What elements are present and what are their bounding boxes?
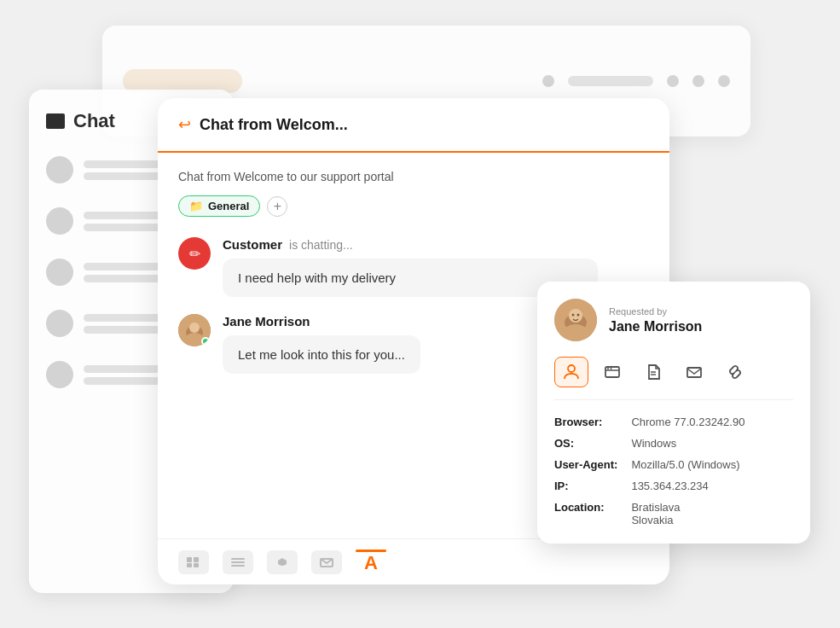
sidebar-line — [84, 224, 164, 231]
bg-dot-4 — [718, 75, 730, 87]
bg-bar-1 — [568, 76, 653, 86]
edit-icon: ✏ — [189, 246, 200, 262]
folder-icon: 📁 — [189, 200, 203, 212]
svg-point-2 — [189, 323, 200, 333]
general-tag[interactable]: 📁 General — [178, 195, 260, 217]
bg-dot-3 — [692, 75, 704, 87]
avatar — [46, 207, 73, 235]
svg-rect-7 — [194, 563, 199, 567]
browser-label: Browser: — [554, 416, 617, 428]
svg-rect-5 — [194, 557, 199, 562]
svg-rect-9 — [231, 561, 245, 563]
svg-point-16 — [572, 314, 575, 317]
toolbar-btn-2[interactable] — [223, 550, 253, 574]
chat-header: ↩ Chat from Welcom... — [158, 98, 669, 153]
svg-point-17 — [577, 314, 580, 317]
user-agent-value: Mozilla/5.0 (Windows) — [631, 458, 793, 471]
tag-label: General — [208, 200, 249, 212]
svg-point-22 — [611, 368, 612, 369]
chat-icon — [46, 113, 65, 129]
toolbar-btn-3[interactable] — [267, 550, 298, 574]
bg-dot-2 — [667, 75, 679, 87]
customer-status: is chatting... — [289, 238, 353, 252]
add-tag-button[interactable]: + — [267, 196, 287, 217]
back-icon: ↩ — [178, 115, 191, 134]
agent-name: Jane Morrison — [223, 314, 420, 329]
svg-point-18 — [568, 365, 575, 372]
bg-dot-1 — [542, 75, 554, 87]
tab-browser[interactable] — [595, 357, 629, 387]
avatar — [46, 361, 73, 388]
ip-value: 135.364.23.234 — [631, 480, 793, 492]
sidebar-line — [84, 326, 164, 334]
os-value: Windows — [631, 437, 793, 450]
tab-file[interactable] — [636, 357, 670, 387]
avatar — [46, 259, 73, 286]
plus-icon: + — [274, 199, 281, 214]
chat-header-title: Chat from Welcom... — [200, 116, 348, 134]
agent-message-text: Let me look into this for you... — [238, 347, 405, 362]
info-name: Jane Morrison — [609, 319, 702, 334]
customer-name-row: Customer is chatting... — [223, 237, 649, 252]
svg-rect-6 — [187, 563, 192, 567]
svg-point-3 — [186, 333, 203, 343]
svg-point-21 — [607, 368, 609, 369]
online-dot — [201, 337, 210, 346]
tab-link[interactable] — [718, 357, 752, 387]
info-table: Browser: Chrome 77.0.23242.90 OS: Window… — [554, 416, 793, 526]
browser-value: Chrome 77.0.23242.90 — [631, 416, 793, 428]
ip-label: IP: — [554, 480, 617, 492]
agent-avatar — [178, 314, 211, 346]
toolbar-btn-1[interactable] — [178, 550, 209, 574]
svg-rect-8 — [231, 558, 245, 560]
requested-by-label: Requested by — [609, 306, 702, 317]
info-card: Requested by Jane Morrison — [537, 282, 810, 544]
svg-line-26 — [733, 370, 737, 374]
os-label: OS: — [554, 437, 617, 450]
svg-rect-4 — [187, 557, 192, 562]
info-header: Requested by Jane Morrison — [554, 299, 793, 341]
svg-point-15 — [565, 324, 587, 338]
sidebar-line — [84, 365, 164, 373]
customer-name: Customer — [223, 237, 282, 252]
info-header-text: Requested by Jane Morrison — [609, 306, 702, 334]
tab-mail[interactable] — [677, 357, 711, 387]
avatar — [46, 156, 73, 183]
customer-message-text: I need help with my delivery — [238, 270, 396, 285]
customer-avatar: ✏ — [178, 237, 211, 270]
chat-source-text: Chat from Welcome to our support portal — [178, 170, 649, 183]
info-avatar — [554, 299, 597, 341]
sidebar-title-text: Chat — [73, 110, 115, 132]
svg-rect-10 — [231, 565, 245, 567]
tab-person[interactable] — [554, 357, 588, 387]
location-label: Location: — [554, 501, 617, 526]
chat-tags: 📁 General + — [178, 195, 649, 217]
avatar — [46, 310, 73, 337]
text-icon: A — [364, 552, 378, 574]
user-agent-label: User-Agent: — [554, 458, 617, 471]
toolbar-btn-4[interactable] — [311, 550, 342, 574]
sidebar-line — [84, 160, 164, 168]
svg-rect-25 — [687, 368, 701, 377]
sidebar-line — [84, 263, 164, 270]
agent-info: Jane Morrison Let me look into this for … — [223, 314, 420, 374]
chat-toolbar: A — [158, 538, 669, 584]
text-format-button[interactable]: A — [356, 550, 386, 574]
location-value: Bratislava Slovakia — [631, 501, 793, 526]
info-tabs — [554, 357, 793, 400]
agent-message-bubble: Let me look into this for you... — [223, 335, 420, 374]
